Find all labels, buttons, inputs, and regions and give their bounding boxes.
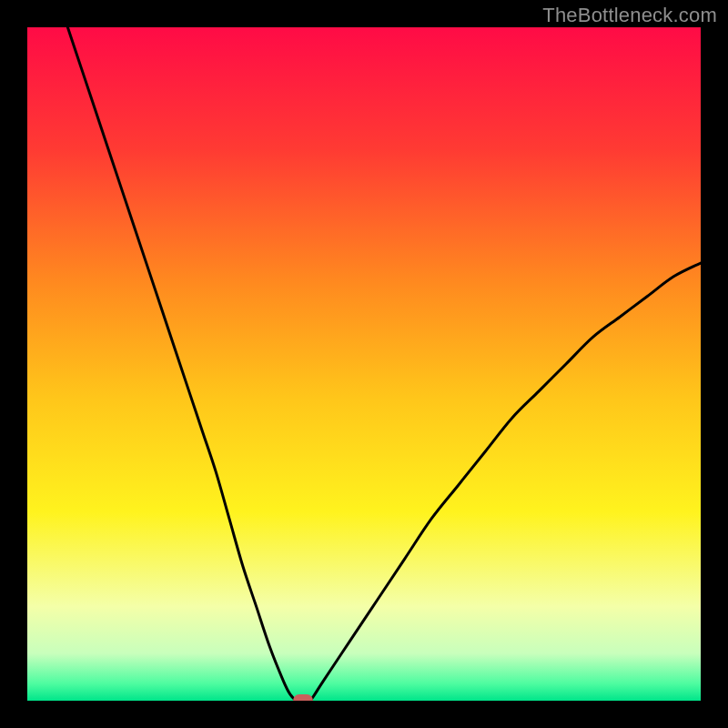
chart-frame: TheBottleneck.com [0,0,728,728]
bottleneck-curve [27,27,701,701]
plot-area [27,27,701,701]
optimal-marker [293,694,313,701]
watermark-text: TheBottleneck.com [542,4,717,27]
